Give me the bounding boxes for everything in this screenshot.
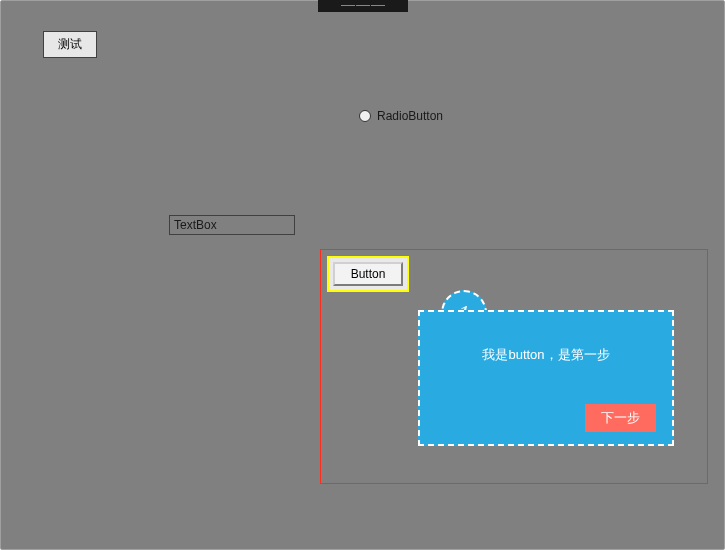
grip-lines [333, 5, 393, 8]
radio-label: RadioButton [377, 109, 443, 123]
tour-highlight: Button [327, 256, 409, 292]
radio-button[interactable]: RadioButton [359, 109, 443, 123]
tour-message: 我是button，是第一步 [436, 346, 656, 364]
radio-icon [359, 110, 371, 122]
tour-callout: 我是button，是第一步 下一步 [418, 310, 674, 446]
textbox-input[interactable] [169, 215, 295, 235]
tour-target-frame: Button 1 我是button，是第一步 下一步 [320, 249, 708, 484]
app-window: 测试 RadioButton Button 1 我是button，是第一步 下一… [0, 0, 725, 550]
button-control[interactable]: Button [333, 262, 404, 286]
titlebar-grip[interactable] [318, 0, 408, 12]
test-button[interactable]: 测试 [43, 31, 97, 58]
next-step-button[interactable]: 下一步 [585, 404, 656, 432]
